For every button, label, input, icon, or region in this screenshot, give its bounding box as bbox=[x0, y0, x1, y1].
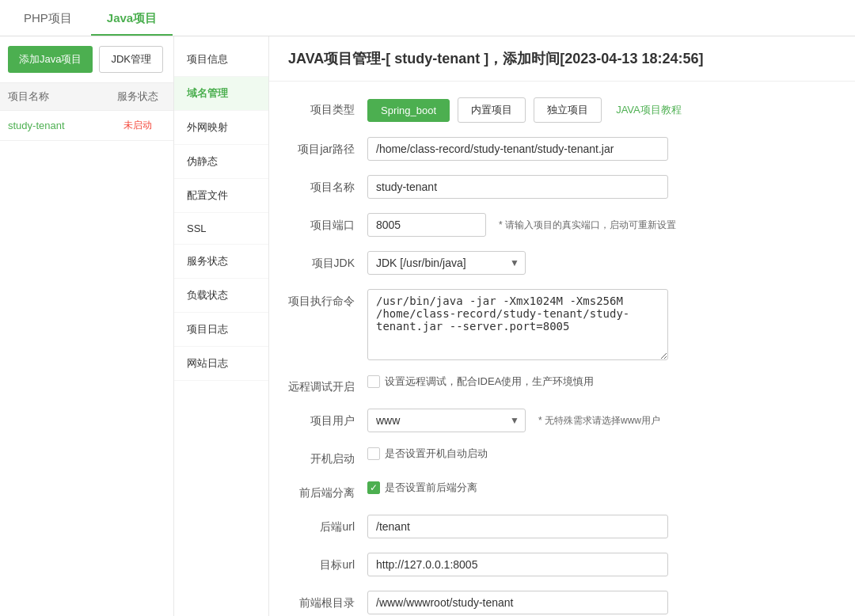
user-select-wrapper: www ▼ bbox=[367, 409, 526, 432]
project-list-header: 项目名称 服务状态 bbox=[0, 83, 173, 111]
project-type-controls: Spring_boot 内置项目 独立项目 JAVA项目教程 bbox=[367, 97, 836, 123]
exec-cmd-textarea[interactable]: /usr/bin/java -jar -Xmx1024M -Xms256M /h… bbox=[367, 289, 668, 360]
jdk-select[interactable]: JDK [/usr/bin/java] bbox=[367, 251, 526, 275]
form-row-project-name: 项目名称 bbox=[288, 175, 836, 199]
nav-item-project-log[interactable]: 项目日志 bbox=[174, 313, 268, 347]
project-port-hint: * 请输入项目的真实端口，启动可重新设置 bbox=[499, 219, 676, 232]
project-jdk-control: JDK [/usr/bin/java] ▼ bbox=[367, 251, 836, 275]
tab-php[interactable]: PHP项目 bbox=[8, 3, 88, 36]
form-row-frontend-sep: 前后端分离 ✓ 是否设置前后端分离 bbox=[288, 481, 836, 500]
project-user-hint: * 无特殊需求请选择www用户 bbox=[538, 414, 660, 428]
form-row-project-port: 项目端口 * 请输入项目的真实端口，启动可重新设置 bbox=[288, 213, 836, 237]
frontend-sep-checkbox-wrapper: ✓ 是否设置前后端分离 bbox=[367, 481, 477, 495]
project-port-label: 项目端口 bbox=[288, 213, 367, 233]
col-name-header: 项目名称 bbox=[8, 89, 110, 104]
remote-debug-label: 远程调试开启 bbox=[288, 375, 367, 394]
form-row-project-jdk: 项目JDK JDK [/usr/bin/java] ▼ bbox=[288, 251, 836, 275]
java-tutorial-link[interactable]: JAVA项目教程 bbox=[610, 98, 688, 122]
jar-path-input[interactable] bbox=[367, 137, 668, 161]
auto-start-label: 开机启动 bbox=[288, 447, 367, 466]
auto-start-hint: 是否设置开机自动启动 bbox=[385, 447, 488, 461]
jar-path-label: 项目jar路径 bbox=[288, 137, 367, 157]
type-spring-boot-button[interactable]: Spring_boot bbox=[367, 99, 450, 122]
frontend-sep-control: ✓ 是否设置前后端分离 bbox=[367, 481, 836, 495]
tab-bar: PHP项目 Java项目 bbox=[0, 0, 855, 36]
jar-path-control bbox=[367, 137, 836, 161]
nav-item-pseudo[interactable]: 伪静态 bbox=[174, 145, 268, 179]
nav-menu: 项目信息 域名管理 外网映射 伪静态 配置文件 SSL 服务状态 负载状态 项目… bbox=[174, 36, 269, 616]
target-url-label: 目标url bbox=[288, 553, 367, 572]
add-java-project-button[interactable]: 添加Java项目 bbox=[8, 46, 93, 73]
nav-item-load[interactable]: 负载状态 bbox=[174, 279, 268, 313]
frontend-sep-checkbox[interactable]: ✓ bbox=[367, 481, 380, 494]
project-name-cell: study-tenant bbox=[8, 120, 110, 131]
form-row-project-user: 项目用户 www ▼ * 无特殊需求请选择www用户 bbox=[288, 409, 836, 432]
remote-debug-checkbox[interactable] bbox=[367, 375, 380, 388]
type-builtin-button[interactable]: 内置项目 bbox=[458, 97, 526, 123]
frontend-root-input[interactable] bbox=[367, 591, 668, 614]
auto-start-checkbox-wrapper: 是否设置开机自动启动 bbox=[367, 447, 488, 461]
form-row-backend-url: 后端url bbox=[288, 515, 836, 538]
user-select[interactable]: www bbox=[367, 409, 526, 432]
form-row-jar-path: 项目jar路径 bbox=[288, 137, 836, 161]
remote-debug-hint: 设置远程调试，配合IDEA使用，生产环境慎用 bbox=[385, 375, 594, 389]
remote-debug-checkbox-wrapper: 设置远程调试，配合IDEA使用，生产环境慎用 bbox=[367, 375, 594, 389]
project-user-control: www ▼ * 无特殊需求请选择www用户 bbox=[367, 409, 836, 432]
nav-item-service[interactable]: 服务状态 bbox=[174, 245, 268, 279]
project-list-panel: 添加Java项目 JDK管理 项目名称 服务状态 study-tenant 未启… bbox=[0, 36, 174, 616]
page-title: JAVA项目管理-[ study-tenant ]，添加时间[2023-04-1… bbox=[269, 36, 855, 82]
project-type-label: 项目类型 bbox=[288, 97, 367, 117]
backend-url-control bbox=[367, 515, 836, 538]
project-name-input[interactable] bbox=[367, 175, 668, 199]
project-user-label: 项目用户 bbox=[288, 409, 367, 428]
frontend-sep-label: 前后端分离 bbox=[288, 481, 367, 500]
project-jdk-label: 项目JDK bbox=[288, 251, 367, 271]
remote-debug-control: 设置远程调试，配合IDEA使用，生产环境慎用 bbox=[367, 375, 836, 389]
project-form: 项目类型 Spring_boot 内置项目 独立项目 JAVA项目教程 项目ja… bbox=[269, 82, 855, 616]
frontend-root-label: 前端根目录 bbox=[288, 591, 367, 610]
nav-item-mapping[interactable]: 外网映射 bbox=[174, 111, 268, 145]
col-status-header: 服务状态 bbox=[110, 89, 165, 104]
frontend-root-control bbox=[367, 591, 836, 614]
frontend-sep-hint: 是否设置前后端分离 bbox=[385, 481, 477, 495]
exec-cmd-label: 项目执行命令 bbox=[288, 289, 367, 309]
content-area: JAVA项目管理-[ study-tenant ]，添加时间[2023-04-1… bbox=[269, 36, 855, 616]
nav-item-ssl[interactable]: SSL bbox=[174, 213, 268, 245]
tab-java[interactable]: Java项目 bbox=[91, 3, 173, 36]
target-url-input[interactable] bbox=[367, 553, 668, 576]
type-standalone-button[interactable]: 独立项目 bbox=[534, 97, 602, 123]
auto-start-checkbox[interactable] bbox=[367, 447, 380, 460]
form-row-exec-cmd: 项目执行命令 /usr/bin/java -jar -Xmx1024M -Xms… bbox=[288, 289, 836, 360]
form-row-project-type: 项目类型 Spring_boot 内置项目 独立项目 JAVA项目教程 bbox=[288, 97, 836, 123]
form-row-remote-debug: 远程调试开启 设置远程调试，配合IDEA使用，生产环境慎用 bbox=[288, 375, 836, 394]
form-row-frontend-root: 前端根目录 bbox=[288, 591, 836, 614]
auto-start-control: 是否设置开机自动启动 bbox=[367, 447, 836, 461]
nav-item-site-log[interactable]: 网站日志 bbox=[174, 347, 268, 381]
project-name-control bbox=[367, 175, 836, 199]
backend-url-input[interactable] bbox=[367, 515, 668, 538]
form-row-auto-start: 开机启动 是否设置开机自动启动 bbox=[288, 447, 836, 466]
nav-item-config[interactable]: 配置文件 bbox=[174, 179, 268, 213]
project-list-item[interactable]: study-tenant 未启动 bbox=[0, 111, 173, 141]
project-port-input[interactable] bbox=[367, 213, 486, 237]
project-name-label: 项目名称 bbox=[288, 175, 367, 195]
exec-cmd-control: /usr/bin/java -jar -Xmx1024M -Xms256M /h… bbox=[367, 289, 836, 360]
project-status-cell: 未启动 bbox=[110, 119, 165, 132]
backend-url-label: 后端url bbox=[288, 515, 367, 534]
project-toolbar: 添加Java项目 JDK管理 bbox=[0, 36, 173, 83]
project-port-control: * 请输入项目的真实端口，启动可重新设置 bbox=[367, 213, 836, 237]
jdk-management-button[interactable]: JDK管理 bbox=[99, 46, 163, 73]
nav-item-domain[interactable]: 域名管理 bbox=[174, 77, 268, 111]
jdk-select-wrapper: JDK [/usr/bin/java] ▼ bbox=[367, 251, 526, 275]
target-url-control bbox=[367, 553, 836, 576]
form-row-target-url: 目标url bbox=[288, 553, 836, 576]
nav-item-info[interactable]: 项目信息 bbox=[174, 43, 268, 77]
